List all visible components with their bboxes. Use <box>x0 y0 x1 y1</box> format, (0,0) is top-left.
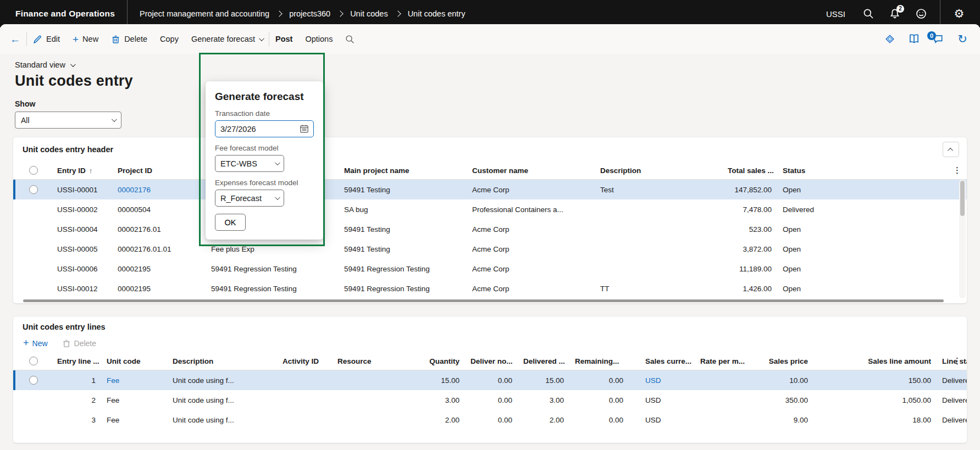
back-arrow-icon: ← <box>10 34 20 45</box>
table-row[interactable]: 2 Fee Unit code using f... 3.00 0.00 3.0… <box>13 390 967 410</box>
column-header-activity-id[interactable]: Activity ID <box>277 357 332 365</box>
app-name[interactable]: Finance and Operations <box>15 9 115 19</box>
column-header-project-id[interactable]: Project ID <box>112 166 206 175</box>
cell-unit-code-link[interactable]: Fee <box>101 376 167 385</box>
expenses-forecast-model-value: R_Forecast <box>220 194 262 203</box>
cell-project-id-link[interactable]: 00002176 <box>112 186 206 194</box>
column-header-delivered[interactable]: Delivered ... <box>518 357 569 365</box>
options-button[interactable]: Options <box>305 35 333 43</box>
office-apps-button[interactable] <box>881 30 899 48</box>
vertical-scrollbar[interactable] <box>959 180 966 298</box>
table-row[interactable]: 3 Fee Unit code using f... 2.00 0.00 2.0… <box>13 410 967 430</box>
refresh-button[interactable]: ↻ <box>954 30 971 48</box>
new-label: New <box>82 35 98 43</box>
cell-customer: Professional Containers a... <box>467 205 595 214</box>
column-header-total-sales[interactable]: Total sales ... <box>722 166 777 175</box>
grid-overflow-menu-icon[interactable]: ⋮ <box>953 356 961 366</box>
column-header-line-amount[interactable]: Sales line amount <box>813 357 937 365</box>
column-header-quantity[interactable]: Quantity <box>398 357 465 365</box>
copy-button[interactable]: Copy <box>160 35 179 43</box>
cell-total-sales: 147,852.00 <box>722 186 777 194</box>
chevron-down-icon <box>275 195 280 200</box>
back-button[interactable]: ← <box>10 34 20 45</box>
delete-button[interactable]: Delete <box>111 35 147 44</box>
cell-total-sales: 1,426.00 <box>722 285 777 293</box>
generate-forecast-button[interactable]: Generate forecast <box>191 35 263 43</box>
column-header-deliver-now[interactable]: Deliver no... <box>465 357 518 365</box>
column-header-entry-line[interactable]: Entry line ... <box>52 357 101 365</box>
company-selector[interactable]: USSI <box>826 9 845 19</box>
cell-unit-code: Fee <box>101 416 167 424</box>
transaction-date-label: Transaction date <box>215 109 314 118</box>
feedback-button[interactable] <box>910 3 932 25</box>
gear-icon: ⚙ <box>954 7 965 20</box>
column-header-rate[interactable]: Rate per m... <box>695 357 752 365</box>
breadcrumb-module[interactable]: Project management and accounting <box>140 9 269 18</box>
ok-button[interactable]: OK <box>215 214 246 231</box>
cell-description: Unit code using f... <box>167 396 277 404</box>
cell-main-project: 59491 Testing <box>339 225 467 234</box>
column-header-description[interactable]: Description <box>595 166 722 175</box>
expenses-forecast-model-dropdown[interactable]: R_Forecast <box>215 190 284 207</box>
view-selector[interactable]: Standard view <box>15 60 980 69</box>
column-header-remaining[interactable]: Remaining... <box>569 357 629 365</box>
scrollbar-thumb[interactable] <box>23 299 944 302</box>
fee-forecast-model-dropdown[interactable]: ETC-WBS <box>215 155 284 172</box>
column-header-sales-price[interactable]: Sales price <box>752 357 813 365</box>
table-row[interactable]: USSI-00002 00000504 SA bug SA bug Profes… <box>13 199 967 219</box>
table-row[interactable]: USSI-00005 00002176.01.01 Fee plus Exp 5… <box>13 239 967 259</box>
row-radio[interactable] <box>29 185 38 194</box>
column-header-unit-code[interactable]: Unit code <box>101 357 167 365</box>
column-header-status[interactable]: Status <box>777 166 863 175</box>
messages-button[interactable]: 0 <box>929 30 947 48</box>
select-all-radio[interactable] <box>29 166 38 175</box>
search-icon <box>863 8 874 19</box>
table-row[interactable]: USSI-00001 00002176 59491 Testing Acme C… <box>13 180 967 199</box>
cell-customer: Acme Corp <box>467 186 595 194</box>
cell-currency-link[interactable]: USD <box>629 376 695 385</box>
column-header-sales-currency[interactable]: Sales curre... <box>629 357 695 365</box>
settings-button[interactable]: ⚙ <box>948 3 970 25</box>
cell-entry-id: USSI-00001 <box>52 186 112 194</box>
collapse-section-button[interactable] <box>943 142 959 157</box>
transaction-date-field[interactable]: 3/27/2026 <box>215 120 314 137</box>
scrollbar-thumb[interactable] <box>960 181 965 216</box>
cell-name: 59491 Regression Testing <box>206 265 339 273</box>
lines-section: Unit codes entry lines + New Delete Entr… <box>13 316 967 443</box>
show-filter-dropdown[interactable]: All <box>15 112 121 129</box>
table-row[interactable]: USSI-00006 00002195 59491 Regression Tes… <box>13 259 967 279</box>
column-header-entry-id[interactable]: Entry ID↑ <box>52 166 112 175</box>
calendar-icon[interactable] <box>300 124 309 134</box>
edit-button[interactable]: Edit <box>33 35 60 44</box>
lines-toolbar: + New Delete <box>13 337 967 352</box>
task-guides-button[interactable] <box>905 30 923 48</box>
column-header-resource[interactable]: Resource <box>332 357 398 365</box>
horizontal-scrollbar[interactable] <box>15 298 965 303</box>
grid-overflow-menu-icon[interactable]: ⋮ <box>953 165 961 175</box>
cell-delivered: 3.00 <box>518 396 569 404</box>
post-button[interactable]: Post <box>275 35 292 43</box>
breadcrumb-section[interactable]: Unit codes <box>350 9 388 18</box>
breadcrumb-area[interactable]: projects360 <box>289 9 330 18</box>
table-row[interactable]: USSI-00012 00002195 59491 Regression Tes… <box>13 279 967 298</box>
toolbar-divider <box>269 32 269 46</box>
toolbar-search-button[interactable] <box>345 35 355 44</box>
column-header-line-status[interactable]: Line sta... <box>937 357 967 365</box>
table-row[interactable]: USSI-00004 00002176.01 Exp Testing _ Cop… <box>13 219 967 239</box>
column-header-main-project[interactable]: Main project name <box>339 166 467 175</box>
cell-unit-code: Fee <box>101 396 167 404</box>
cell-description: Test <box>595 186 722 194</box>
table-row[interactable]: 1 Fee Unit code using f... 15.00 0.00 15… <box>13 370 967 390</box>
search-button[interactable] <box>857 3 879 25</box>
new-button[interactable]: + New <box>73 34 98 45</box>
cell-quantity: 15.00 <box>398 376 465 385</box>
select-all-radio[interactable] <box>29 357 38 365</box>
column-header-customer[interactable]: Customer name <box>467 166 595 175</box>
cell-line-status: Delivered <box>937 396 967 404</box>
smiley-icon <box>916 8 927 19</box>
notifications-button[interactable]: 2 <box>884 3 906 25</box>
lines-new-button[interactable]: + New <box>23 337 48 349</box>
column-header-description[interactable]: Description <box>167 357 277 365</box>
lines-delete-button[interactable]: Delete <box>62 339 96 348</box>
row-radio[interactable] <box>29 376 38 385</box>
